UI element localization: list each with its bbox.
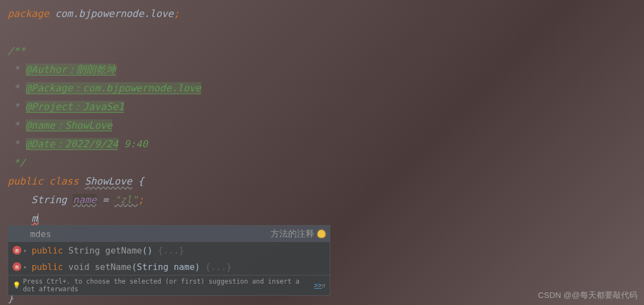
package-name: com.bjpowernode.love	[49, 8, 174, 19]
method-icon: m	[13, 262, 21, 271]
pi-icon: π	[322, 281, 325, 290]
autocomplete-label: public void setName(String name) {...}	[32, 262, 325, 272]
text-cursor	[38, 214, 38, 225]
javadoc-author: * @Author：朗朗乾坤	[8, 60, 644, 79]
autocomplete-label: mdes	[13, 229, 271, 239]
arrow-icon: ▸	[24, 263, 27, 271]
lightbulb-icon	[318, 230, 325, 238]
autocomplete-hint-bar: 💡 Press Ctrl+. to choose the selected (o…	[8, 275, 330, 295]
autocomplete-item-getname[interactable]: m ▸ public String getName() {...}	[8, 242, 330, 258]
autocomplete-label: public String getName() {...}	[32, 245, 325, 256]
field-declaration: String name = "zl";	[8, 191, 644, 209]
autocomplete-item-mdes[interactable]: mdes 方法的注释	[8, 226, 330, 242]
hint-text: Press Ctrl+. to choose the selected (or …	[23, 278, 312, 293]
javadoc-name: * @name：ShowLove	[8, 116, 644, 135]
javadoc-open: /**	[8, 42, 644, 60]
method-icon: m	[13, 246, 21, 255]
javadoc-package: * @Package：com.bjpowernode.love	[8, 79, 644, 97]
code-line-blank	[8, 23, 644, 42]
javadoc-project: * @Project：JavaSe1	[8, 97, 644, 116]
keyword-package: package	[8, 8, 49, 19]
code-line: package com.bjpowernode.love;	[8, 4, 644, 23]
autocomplete-item-setname[interactable]: m ▸ public void setName(String name) {..…	[8, 258, 330, 275]
autocomplete-description: 方法的注释	[271, 228, 314, 240]
semicolon: ;	[173, 8, 179, 19]
class-declaration: public class ShowLove {	[8, 172, 644, 191]
hint-link[interactable]: >>	[314, 281, 322, 289]
typed-char: m	[31, 212, 37, 224]
javadoc-date: * @Date：2022/9/24 9:40	[8, 135, 644, 153]
javadoc-close: */	[8, 153, 644, 172]
autocomplete-popup[interactable]: mdes 方法的注释 m ▸ public String getName() {…	[8, 225, 330, 296]
arrow-icon: ▸	[24, 247, 27, 254]
bulb-icon: 💡	[13, 281, 21, 289]
watermark-text: CSDN @@每天都要敲代码	[538, 290, 637, 301]
